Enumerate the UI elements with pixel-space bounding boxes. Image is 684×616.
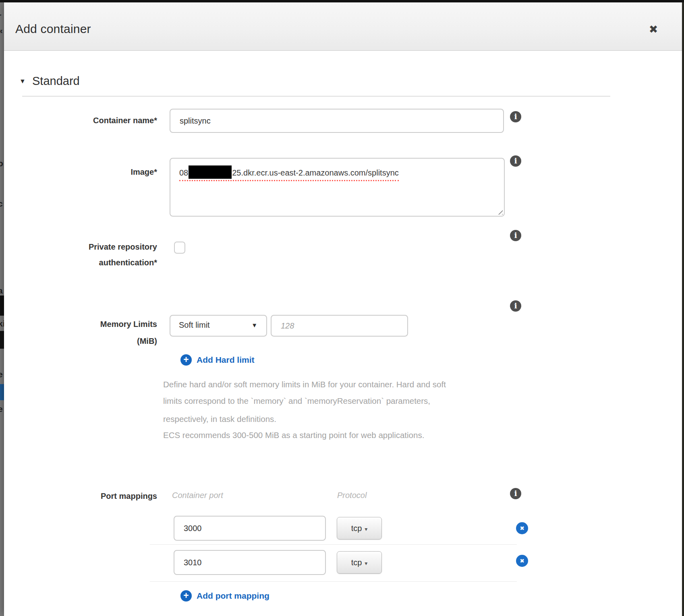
column-header-container-port: Container port (172, 491, 223, 500)
memory-help-text: ECS recommends 300-500 MiB as a starting… (163, 430, 424, 440)
memory-help-text: respectively, in task definitions. (163, 414, 276, 424)
resize-handle-icon[interactable] (496, 208, 503, 215)
info-icon[interactable]: i (510, 111, 521, 122)
edge-button-fragment (0, 384, 4, 400)
edge-text-fragment: ki (0, 319, 4, 329)
remove-port-mapping-icon[interactable]: ✖ (516, 522, 528, 534)
redaction-box (189, 165, 232, 179)
container-name-input[interactable] (170, 109, 504, 133)
image-input[interactable]: 0825.dkr.ecr.us-east-2.amazonaws.com/spl… (170, 158, 505, 217)
private-repo-checkbox[interactable] (174, 242, 185, 254)
private-repo-label-line1: Private repository (16, 242, 157, 252)
add-plus-icon[interactable]: + (180, 354, 192, 366)
private-repo-label-line2: authentication* (16, 258, 157, 267)
protocol-select[interactable]: tcp▾ (337, 517, 382, 540)
memory-limits-label-line1: Memory Limits (16, 320, 157, 329)
edge-text-fragment: o (0, 159, 4, 168)
column-header-protocol: Protocol (337, 491, 367, 500)
image-value: 0825.dkr.ecr.us-east-2.amazonaws.com/spl… (179, 165, 399, 181)
image-value-prefix: 08 (179, 168, 188, 177)
memory-help-text: limits correspond to the `memory` and `m… (163, 396, 430, 406)
close-icon[interactable]: ✖ (645, 21, 662, 38)
image-value-suffix: 25.dkr.ecr.us-east-2.amazonaws.com/split… (232, 168, 399, 177)
add-port-mapping-link[interactable]: Add port mapping (197, 591, 269, 601)
add-plus-icon[interactable]: + (180, 590, 192, 602)
info-icon[interactable]: i (510, 488, 521, 499)
image-label: Image* (16, 167, 157, 177)
info-icon[interactable]: i (510, 300, 521, 312)
edge-image-fragment (0, 331, 4, 349)
caret-down-icon: ▾ (365, 526, 367, 532)
edge-text-fragment: r (0, 11, 4, 21)
info-icon[interactable]: i (510, 230, 521, 241)
row-divider (150, 581, 517, 582)
edge-text-fragment: a (0, 286, 4, 296)
section-divider (22, 96, 610, 97)
collapse-caret-icon[interactable]: ▼ (19, 78, 26, 85)
container-name-label: Container name* (16, 116, 157, 125)
remove-port-mapping-icon[interactable]: ✖ (516, 555, 528, 567)
dialog-title: Add container (15, 22, 91, 36)
memory-limits-label-line2: (MiB) (16, 337, 157, 346)
edge-text-fragment: e (0, 370, 4, 379)
edge-image-fragment (0, 296, 4, 316)
background-right-edge (682, 2, 684, 616)
protocol-value: tcp (351, 558, 362, 567)
section-title: Standard (32, 74, 80, 88)
container-port-input[interactable] (174, 550, 326, 575)
info-icon[interactable]: i (510, 155, 521, 167)
edge-text-fragment: e (0, 404, 4, 414)
row-divider (150, 544, 517, 545)
memory-limit-type-value: Soft limit (179, 320, 210, 330)
edge-text-fragment: « (0, 26, 4, 35)
caret-down-icon: ▾ (365, 560, 367, 566)
select-caret-icon: ▼ (251, 322, 257, 329)
memory-limit-type-select[interactable]: Soft limit ▼ (170, 315, 267, 337)
add-hard-limit-link[interactable]: Add Hard limit (197, 355, 255, 365)
dialog-header (4, 2, 682, 51)
protocol-select[interactable]: tcp▾ (337, 551, 382, 574)
background-page-edge: r « o c a ki e e (0, 2, 4, 616)
screen: r « o c a ki e e Add container ✖ ▼ Stand… (0, 0, 684, 616)
edge-text-fragment: c (0, 199, 4, 209)
port-mappings-label: Port mappings (16, 492, 157, 501)
container-port-input[interactable] (174, 516, 326, 541)
memory-help-text: Define hard and/or soft memory limits in… (163, 380, 446, 389)
memory-limit-value-input[interactable] (271, 315, 408, 337)
protocol-value: tcp (351, 524, 362, 533)
